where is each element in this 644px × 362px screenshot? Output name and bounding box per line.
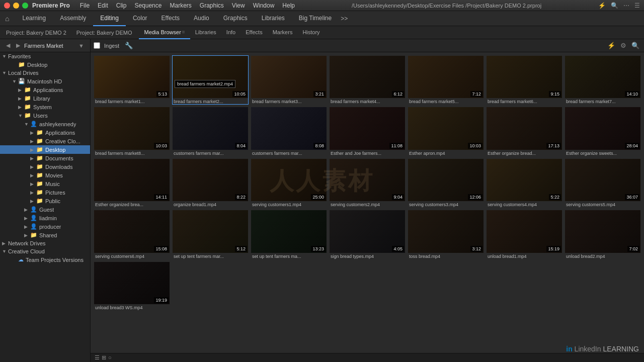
list-view-icon[interactable]: ☰: [95, 354, 100, 361]
media-item[interactable]: 5:12set up tent farmers mar...: [172, 210, 249, 259]
media-filename: sign bread types.mp4: [330, 253, 405, 259]
media-item[interactable]: 7:02unload bread2.mp4: [565, 210, 641, 259]
menu-clip[interactable]: Clip: [116, 2, 127, 9]
network-drives-group[interactable]: ▶ Network Drives: [0, 239, 90, 247]
tab-audio[interactable]: Audio: [187, 11, 216, 26]
search-toggle-icon[interactable]: 🔍: [630, 42, 641, 49]
tab-markers[interactable]: Markers: [268, 26, 298, 39]
media-item[interactable]: 8:04customers farmers mar...: [172, 107, 249, 156]
sidebar-item-guest[interactable]: ▶ 👤 Guest: [0, 205, 90, 214]
media-item[interactable]: 36:07serving customers5.mp4: [565, 158, 641, 208]
sidebar-dropdown-button[interactable]: ▼: [76, 43, 86, 49]
sidebar-item-user-applications[interactable]: ▶ 📁 Applications: [0, 128, 90, 137]
tab-libraries[interactable]: Libraries: [255, 11, 292, 26]
media-item[interactable]: 4:05sign bread types.mp4: [329, 210, 406, 259]
media-item[interactable]: 8:08customers farmers mar...: [251, 107, 327, 156]
tab-history[interactable]: History: [297, 26, 325, 39]
tab-effects[interactable]: Effects: [154, 11, 187, 26]
sidebar-item-shared[interactable]: ▶ 📁 Shared: [0, 231, 90, 239]
media-item[interactable]: 9:04serving customers2.mp4: [329, 158, 406, 208]
tab-editing[interactable]: Editing: [93, 11, 126, 26]
media-item[interactable]: 7:12bread farmers market5...: [408, 55, 484, 105]
media-item[interactable]: 10:03Esther apron.mp4: [408, 107, 484, 156]
menu-graphics[interactable]: Graphics: [200, 2, 224, 9]
media-item[interactable]: 12:06serving customers3.mp4: [408, 158, 484, 208]
menu-file[interactable]: File: [80, 2, 90, 9]
filter-icon[interactable]: ⚡: [606, 42, 617, 49]
sidebar-item-system[interactable]: ▶ 📁 System: [0, 103, 90, 111]
duration-badge: 9:15: [549, 91, 561, 97]
media-item[interactable]: 9:15bread farmers market6...: [486, 55, 562, 105]
media-item[interactable]: 5:13bread farmers market1...: [94, 55, 170, 105]
sidebar-item-desktop[interactable]: 📁 Desktop: [0, 60, 90, 69]
sidebar-item-users[interactable]: ▼ 📁 Users: [0, 111, 90, 120]
sidebar-item-movies[interactable]: ▶ 📁 Movies: [0, 171, 90, 179]
sidebar-item-creative-cloud[interactable]: ▶ 📁 Creative Clo...: [0, 137, 90, 145]
local-drives-group[interactable]: ▼ Local Drives: [0, 69, 90, 77]
media-item[interactable]: 6:12bread farmers market4...: [329, 55, 406, 105]
media-item[interactable]: 3:12toss bread.mp4: [408, 210, 484, 259]
menu-markers[interactable]: Markers: [170, 2, 191, 9]
sidebar-item-team-projects[interactable]: ☁ Team Projects Versions: [0, 255, 90, 264]
tab-info[interactable]: Info: [221, 26, 240, 39]
sidebar-item-pictures[interactable]: ▶ 📁 Pictures: [0, 188, 90, 197]
tab-media-browser[interactable]: Media Browser ≡: [139, 26, 190, 39]
media-item[interactable]: 19:19unload bread3 WS.mp4: [94, 261, 170, 311]
media-item[interactable]: 15:19unload bread1.mp4: [486, 210, 562, 259]
project-label-2[interactable]: Project: Bakery DEMO: [73, 30, 135, 36]
media-item[interactable]: 14:11Esther organized brea...: [94, 158, 170, 208]
slider-icon[interactable]: ○: [108, 354, 112, 361]
tab-libraries[interactable]: Libraries: [190, 26, 221, 39]
menu-view[interactable]: View: [232, 2, 245, 9]
sidebar-item-downloads[interactable]: ▶ 📁 Downloads: [0, 162, 90, 171]
media-item[interactable]: 8:22organize bread1.mp4: [172, 158, 249, 208]
sidebar-item-documents[interactable]: ▶ 📁 Documents: [0, 154, 90, 162]
more-tabs[interactable]: >>: [341, 15, 348, 22]
menu-sequence[interactable]: Sequence: [134, 2, 162, 9]
duration-badge: 12:06: [468, 194, 482, 200]
maximize-button[interactable]: [22, 3, 28, 9]
close-button[interactable]: [4, 3, 10, 9]
menu-help[interactable]: Help: [282, 2, 295, 9]
media-item[interactable]: 25:00serving customers1.mp4: [251, 158, 327, 208]
sidebar-item-music[interactable]: ▶ 📁 Music: [0, 179, 90, 188]
media-item[interactable]: bread farmers market2.mp410:05bread farm…: [172, 55, 249, 105]
sidebar-item-ashleykennedy[interactable]: ▼ 👤 ashleykennedy: [0, 120, 90, 128]
media-item[interactable]: 10:03bread farmers market8...: [94, 107, 170, 156]
view-settings-icon[interactable]: ⚙: [619, 42, 628, 49]
tab-graphics[interactable]: Graphics: [216, 11, 255, 26]
sidebar-item-liadmin[interactable]: ▶ 👤 liadmin: [0, 214, 90, 222]
project-label-1[interactable]: Project: Bakery DEMO 2: [3, 30, 69, 36]
sidebar-item-user-desktop[interactable]: ▶ 📁 Desktop: [0, 145, 90, 154]
media-item[interactable]: 17:13Esther organize bread...: [486, 107, 562, 156]
grid-view-icon[interactable]: ⊞: [102, 354, 106, 361]
tab-assembly[interactable]: Assembly: [53, 11, 93, 26]
tab-learning[interactable]: Learning: [15, 11, 53, 26]
sidebar-item-public[interactable]: ▶ 📁 Public: [0, 197, 90, 205]
ingest-checkbox[interactable]: [94, 42, 100, 49]
tab-big-timeline[interactable]: Big Timeline: [292, 11, 339, 26]
media-item[interactable]: 13:23set up tent farmers ma...: [251, 210, 327, 259]
media-item[interactable]: 28:04Esther organize sweets...: [565, 107, 641, 156]
media-item[interactable]: 5:22serving customers4.mp4: [486, 158, 562, 208]
sidebar-item-macintosh-hd[interactable]: ▼ 💾 Macintosh HD: [0, 77, 90, 85]
nav-back-button[interactable]: ◀: [4, 42, 12, 49]
menu-window[interactable]: Window: [253, 2, 275, 9]
media-item[interactable]: 14:10bread farmers market7...: [565, 55, 641, 105]
tab-color[interactable]: Color: [126, 11, 154, 26]
tab-effects[interactable]: Effects: [240, 26, 267, 39]
home-icon[interactable]: ⌂: [5, 15, 9, 23]
nav-forward-button[interactable]: ▶: [14, 42, 22, 49]
creative-cloud-group[interactable]: ▼ Creative Cloud: [0, 247, 90, 255]
favorites-group[interactable]: ▼ Favorites: [0, 52, 90, 60]
sidebar-item-applications[interactable]: ▶ 📁 Applications: [0, 85, 90, 94]
sidebar-item-library[interactable]: ▶ 📁 Library: [0, 94, 90, 103]
media-filename: Esther organize sweets...: [565, 150, 640, 156]
media-item[interactable]: 11:08Esther and Joe farmers...: [329, 107, 406, 156]
media-item[interactable]: 3:21bread farmers market3...: [251, 55, 327, 105]
wrench-icon[interactable]: 🔧: [123, 42, 134, 49]
sidebar-item-producer[interactable]: ▶ 👤 producer: [0, 222, 90, 231]
minimize-button[interactable]: [13, 3, 19, 9]
media-item[interactable]: 15:08serving customers6.mp4: [94, 210, 170, 259]
menu-edit[interactable]: Edit: [98, 2, 108, 9]
